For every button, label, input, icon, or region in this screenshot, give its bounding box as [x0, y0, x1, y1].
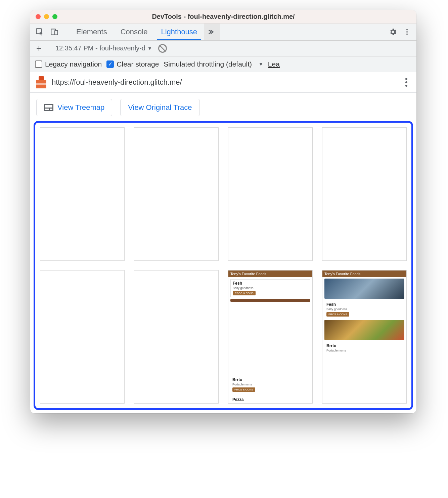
checkbox-checked-icon[interactable]: ✓: [106, 60, 114, 68]
close-window-button[interactable]: [36, 14, 41, 19]
pros-cons-badge: PROS & CONS: [233, 291, 256, 295]
tab-elements[interactable]: Elements: [70, 24, 114, 40]
url-bar: https://foul-heavenly-direction.glitch.m…: [30, 72, 416, 93]
page-preview: Tony's Favorite Foods Fesh Salty goodnes…: [322, 271, 406, 403]
filmstrip-highlight: Tony's Favorite Foods Fesh Salty goodnes…: [34, 121, 413, 410]
filmstrip-frame[interactable]: [228, 127, 313, 261]
item-sub: Salty goodness: [326, 307, 402, 311]
item-sub: Salty goodness: [233, 286, 308, 290]
report-url: https://foul-heavenly-direction.glitch.m…: [52, 78, 182, 87]
filmstrip-frame[interactable]: Tony's Favorite Foods Fesh Salty goodnes…: [228, 270, 313, 404]
throttling-select[interactable]: Simulated throttling (default) ▼: [164, 60, 263, 68]
tab-lighthouse[interactable]: Lighthouse: [154, 24, 204, 40]
filmstrip-frame[interactable]: [322, 127, 407, 261]
window-controls: [36, 14, 57, 19]
treemap-icon: [44, 104, 53, 111]
pros-cons-badge: PROS & CONS: [326, 312, 349, 317]
item-name: Brrto: [232, 377, 308, 382]
item-sub: Portable noms: [326, 349, 402, 352]
more-tabs-button[interactable]: [204, 24, 220, 40]
svg-point-3: [406, 29, 408, 30]
report-toolbar: + 12:35:47 PM - foul-heavenly-d ▼: [30, 41, 416, 56]
device-toggle-icon[interactable]: [48, 25, 61, 39]
legacy-label: Legacy navigation: [45, 60, 102, 68]
preview-image: [324, 320, 404, 340]
settings-gear-icon[interactable]: [386, 25, 400, 39]
lighthouse-icon: [36, 76, 46, 88]
titlebar: DevTools - foul-heavenly-direction.glitc…: [30, 10, 416, 24]
view-trace-label: View Original Trace: [128, 103, 192, 112]
chevron-down-icon: ▼: [147, 46, 152, 51]
panel-tabbar: Elements Console Lighthouse: [30, 24, 416, 41]
pros-cons-badge: PROS & CONS: [232, 387, 255, 392]
checkbox-unchecked-icon[interactable]: [35, 60, 42, 68]
preview-image: [230, 299, 310, 302]
item-name: Pezza: [232, 397, 308, 402]
new-report-button[interactable]: +: [34, 43, 44, 54]
report-selector[interactable]: 12:35:47 PM - foul-heavenly-d ▼: [55, 44, 152, 52]
zoom-window-button[interactable]: [52, 14, 57, 19]
preview-image: [324, 279, 404, 299]
view-treemap-button[interactable]: View Treemap: [36, 99, 112, 116]
item-name: Fesh: [233, 281, 308, 286]
preview-header: Tony's Favorite Foods: [228, 271, 312, 277]
svg-point-4: [406, 31, 408, 33]
filmstrip: Tony's Favorite Foods Fesh Salty goodnes…: [40, 127, 407, 404]
page-preview: Tony's Favorite Foods Fesh Salty goodnes…: [228, 271, 312, 403]
legacy-navigation-option[interactable]: Legacy navigation: [35, 60, 102, 68]
filmstrip-frame[interactable]: [40, 127, 125, 261]
report-selector-label: 12:35:47 PM - foul-heavenly-d: [55, 44, 145, 52]
clear-label: Clear storage: [117, 60, 159, 68]
clear-storage-option[interactable]: ✓ Clear storage: [106, 60, 159, 68]
view-original-trace-button[interactable]: View Original Trace: [120, 99, 199, 116]
minimize-window-button[interactable]: [44, 14, 49, 19]
learn-more-link[interactable]: Lea: [268, 60, 280, 68]
report-actions: View Treemap View Original Trace: [30, 93, 416, 120]
lighthouse-options-bar: Legacy navigation ✓ Clear storage Simula…: [30, 56, 416, 72]
clear-reports-icon[interactable]: [158, 44, 167, 53]
window-title: DevTools - foul-heavenly-direction.glitc…: [30, 13, 416, 20]
filmstrip-frame[interactable]: [134, 127, 219, 261]
item-sub: Portable noms: [232, 383, 308, 386]
devtools-window: DevTools - foul-heavenly-direction.glitc…: [30, 10, 416, 413]
inspect-element-icon[interactable]: [33, 25, 46, 39]
chevron-down-icon: ▼: [259, 61, 263, 67]
item-name: Brrto: [326, 343, 402, 348]
filmstrip-frame[interactable]: Tony's Favorite Foods Fesh Salty goodnes…: [322, 270, 407, 404]
filmstrip-frame[interactable]: [134, 270, 219, 404]
throttling-label: Simulated throttling (default): [164, 60, 252, 68]
view-treemap-label: View Treemap: [57, 103, 104, 112]
kebab-menu-icon[interactable]: [400, 25, 414, 39]
svg-rect-2: [55, 30, 58, 35]
item-name: Fesh: [326, 302, 402, 307]
preview-header: Tony's Favorite Foods: [322, 271, 406, 277]
svg-point-5: [406, 33, 408, 35]
filmstrip-frame[interactable]: [40, 270, 125, 404]
report-menu-icon[interactable]: [402, 78, 410, 87]
tab-console[interactable]: Console: [114, 24, 154, 40]
